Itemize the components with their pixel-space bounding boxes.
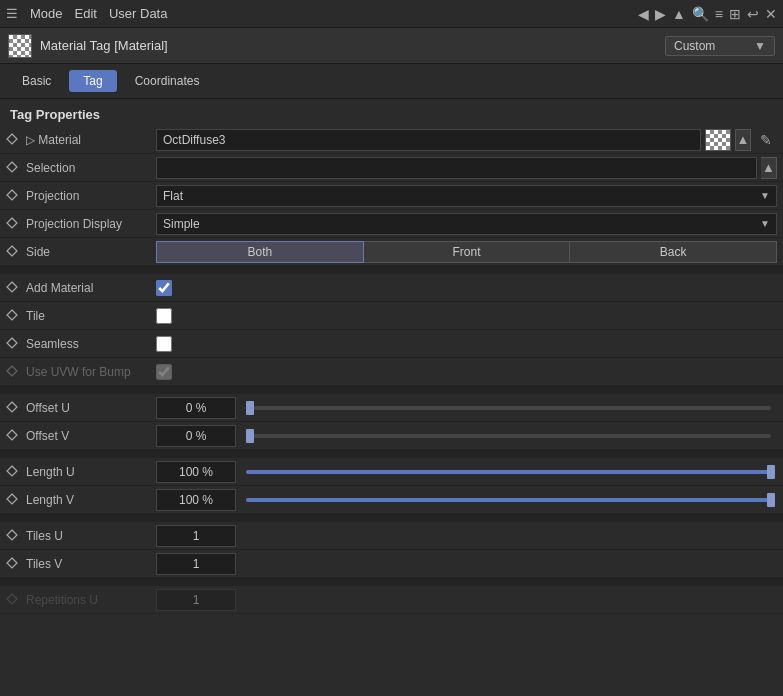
diamond-icon-selection: [6, 161, 20, 175]
projection-label: Projection: [26, 189, 156, 203]
length-v-input[interactable]: [156, 489, 236, 511]
diamond-icon-seamless: [6, 337, 20, 351]
offset-v-slider[interactable]: [240, 425, 777, 447]
side-button-back[interactable]: Back: [570, 241, 777, 263]
use-uvw-label: Use UVW for Bump: [26, 365, 156, 379]
grid-icon[interactable]: ⊞: [729, 6, 741, 22]
diamond-icon-offset-v: [6, 429, 20, 443]
svg-marker-7: [7, 338, 17, 348]
svg-marker-9: [7, 402, 17, 412]
length-u-input[interactable]: [156, 461, 236, 483]
seamless-checkbox[interactable]: [156, 336, 172, 352]
search-icon[interactable]: 🔍: [692, 6, 709, 22]
add-material-label: Add Material: [26, 281, 156, 295]
offset-u-slider[interactable]: [240, 397, 777, 419]
close-icon[interactable]: ✕: [765, 6, 777, 22]
property-row-length-v: Length V: [0, 486, 783, 514]
section-title: Tag Properties: [0, 99, 783, 126]
offset-u-input[interactable]: [156, 397, 236, 419]
diamond-icon-length-v: [6, 493, 20, 507]
tiles-v-label: Tiles V: [26, 557, 156, 571]
offset-u-label: Offset U: [26, 401, 156, 415]
property-row-offset-v: Offset V: [0, 422, 783, 450]
tiles-v-input[interactable]: [156, 553, 236, 575]
material-tag-icon: [8, 34, 32, 58]
projection-display-dropdown-arrow: ▼: [760, 218, 770, 229]
nav-up-icon[interactable]: ▲: [672, 6, 686, 22]
use-uvw-checkbox-area: [156, 364, 777, 380]
selection-field[interactable]: [156, 157, 757, 179]
projection-display-dropdown-value: Simple: [163, 217, 200, 231]
tab-tag[interactable]: Tag: [69, 70, 116, 92]
repetitions-u-input[interactable]: [156, 589, 236, 611]
top-bar-menu: ☰ Mode Edit User Data: [6, 6, 167, 21]
projection-value-area: Flat ▼: [156, 185, 777, 207]
use-uvw-checkbox[interactable]: [156, 364, 172, 380]
diamond-icon-use-uvw: [6, 365, 20, 379]
property-row-projection-display: Projection Display Simple ▼: [0, 210, 783, 238]
projection-dropdown-arrow: ▼: [760, 190, 770, 201]
menu-edit[interactable]: Edit: [75, 6, 97, 21]
material-value-area: ▲ ✎: [156, 129, 777, 151]
divider-1: [0, 266, 783, 274]
tab-coordinates[interactable]: Coordinates: [121, 70, 214, 92]
property-row-projection: Projection Flat ▼: [0, 182, 783, 210]
diamond-icon-repetitions-u: [6, 593, 20, 607]
property-row-length-u: Length U: [0, 458, 783, 486]
length-v-label: Length V: [26, 493, 156, 507]
svg-marker-13: [7, 530, 17, 540]
svg-marker-5: [7, 282, 17, 292]
material-pencil-button[interactable]: ✎: [755, 129, 777, 151]
hamburger-icon[interactable]: ☰: [6, 6, 18, 21]
preset-dropdown[interactable]: Custom ▼: [665, 36, 775, 56]
add-material-checkbox[interactable]: [156, 280, 172, 296]
diamond-icon-projection: [6, 189, 20, 203]
nav-back-icon[interactable]: ◀: [638, 6, 649, 22]
diamond-icon-tile: [6, 309, 20, 323]
diamond-icon-add-material: [6, 281, 20, 295]
top-bar-icons: ◀ ▶ ▲ 🔍 ≡ ⊞ ↩ ✕: [638, 6, 777, 22]
diamond-icon-length-u: [6, 465, 20, 479]
offset-v-label: Offset V: [26, 429, 156, 443]
menu-icon[interactable]: ≡: [715, 6, 723, 22]
header-row: Material Tag [Material] Custom ▼: [0, 28, 783, 64]
svg-marker-2: [7, 190, 17, 200]
material-arrow-button[interactable]: ▲: [735, 129, 751, 151]
property-row-repetitions-u: Repetitions U: [0, 586, 783, 614]
nav-forward-icon[interactable]: ▶: [655, 6, 666, 22]
property-row-side: Side Both Front Back: [0, 238, 783, 266]
svg-marker-0: [7, 134, 17, 144]
offset-u-value-area: [156, 397, 777, 419]
svg-marker-14: [7, 558, 17, 568]
divider-2: [0, 386, 783, 394]
undo-icon[interactable]: ↩: [747, 6, 759, 22]
menu-user-data[interactable]: User Data: [109, 6, 168, 21]
projection-display-dropdown[interactable]: Simple ▼: [156, 213, 777, 235]
length-u-slider[interactable]: [240, 461, 777, 483]
divider-4: [0, 514, 783, 522]
svg-marker-11: [7, 466, 17, 476]
material-checker-button[interactable]: [705, 129, 731, 151]
tile-label: Tile: [26, 309, 156, 323]
svg-marker-8: [7, 366, 17, 376]
side-button-front[interactable]: Front: [364, 241, 571, 263]
tiles-u-input[interactable]: [156, 525, 236, 547]
tab-basic[interactable]: Basic: [8, 70, 65, 92]
property-row-material: ▷ Material ▲ ✎: [0, 126, 783, 154]
length-v-slider[interactable]: [240, 489, 777, 511]
tabs-row: Basic Tag Coordinates: [0, 64, 783, 99]
material-label: ▷ Material: [26, 133, 156, 147]
tile-checkbox[interactable]: [156, 308, 172, 324]
length-v-value-area: [156, 489, 777, 511]
side-buttons-area: Both Front Back: [156, 241, 777, 263]
tiles-u-label: Tiles U: [26, 529, 156, 543]
side-button-both[interactable]: Both: [156, 241, 364, 263]
material-input[interactable]: [156, 129, 701, 151]
top-bar: ☰ Mode Edit User Data ◀ ▶ ▲ 🔍 ≡ ⊞ ↩ ✕: [0, 0, 783, 28]
projection-dropdown[interactable]: Flat ▼: [156, 185, 777, 207]
header-title: Material Tag [Material]: [40, 38, 657, 53]
offset-v-input[interactable]: [156, 425, 236, 447]
projection-dropdown-value: Flat: [163, 189, 183, 203]
menu-mode[interactable]: Mode: [30, 6, 63, 21]
selection-arrow-button[interactable]: ▲: [761, 157, 777, 179]
